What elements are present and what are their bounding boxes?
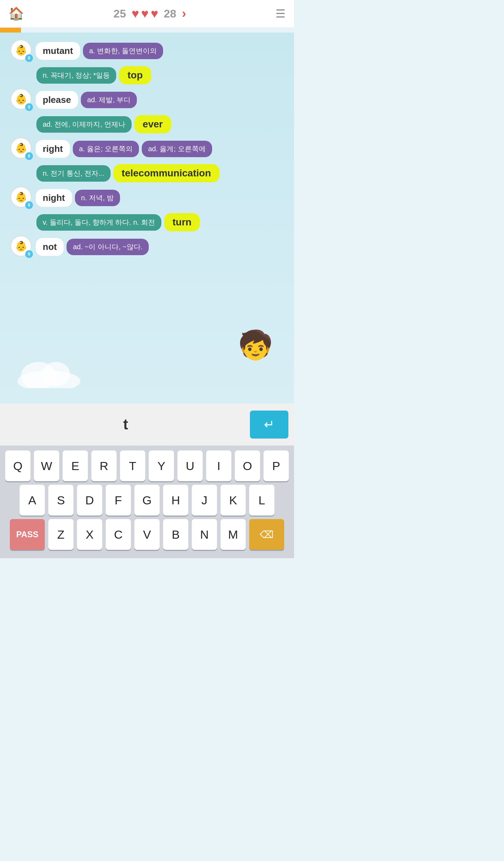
enter-icon: ↵: [264, 417, 274, 432]
key-p[interactable]: P: [264, 450, 289, 481]
key-delete[interactable]: ⌫: [249, 519, 284, 550]
word-right: right: [36, 140, 70, 158]
tag-telecom-def: n. 전기 통신, 전자...: [36, 165, 111, 182]
typed-input[interactable]: [6, 416, 246, 433]
key-m[interactable]: M: [220, 519, 246, 550]
key-i[interactable]: I: [206, 450, 231, 481]
answer-top: top: [119, 66, 151, 84]
key-l[interactable]: L: [249, 485, 274, 516]
score-left: 25: [113, 7, 126, 20]
key-q[interactable]: Q: [5, 450, 30, 481]
key-f[interactable]: F: [106, 485, 131, 516]
vocab-row-mutant: 👶 0 mutant a. 변화한, 돌연변이의: [10, 40, 284, 62]
badge-please: 0: [25, 103, 33, 111]
row-ever: ad. 전에, 이제까지, 언제나 ever: [36, 115, 284, 133]
cloud-decoration: [14, 357, 84, 390]
tag-ever-def: ad. 전에, 이제까지, 언제나: [36, 116, 132, 133]
badge-mutant: 0: [25, 54, 33, 62]
avatar-mutant: 👶 0: [10, 40, 33, 62]
key-z[interactable]: Z: [48, 519, 74, 550]
keyboard: Q W E R T Y U I O P A S D F G H J K L PA…: [0, 446, 294, 558]
tag-right-def2: ad. 옳게; 오른쪽에: [142, 141, 212, 157]
key-y[interactable]: Y: [149, 450, 174, 481]
svg-point-2: [42, 362, 70, 386]
progress-bar: [0, 28, 21, 33]
key-k[interactable]: K: [220, 485, 246, 516]
tag-night-def: n. 저녁, 밤: [75, 190, 120, 206]
header: 🏠 25 ♥ ♥ ♥ 28 › ☰: [0, 0, 294, 28]
vocab-row-not: 👶 0 not ad. ~이 아니다, ~않다.: [10, 236, 284, 258]
answer-telecom: telecommunication: [113, 164, 219, 182]
input-area: ↵: [0, 404, 294, 446]
key-r[interactable]: R: [91, 450, 117, 481]
menu-icon[interactable]: ☰: [275, 7, 286, 20]
key-d[interactable]: D: [77, 485, 102, 516]
word-please: please: [36, 91, 78, 109]
keyboard-row-3: PASS Z X C V B N M ⌫: [3, 519, 291, 550]
key-u[interactable]: U: [177, 450, 203, 481]
key-e[interactable]: E: [63, 450, 88, 481]
badge-night: 0: [25, 201, 33, 209]
enter-button[interactable]: ↵: [250, 411, 288, 439]
vocab-row-night: 👶 0 night n. 저녁, 밤: [10, 187, 284, 209]
key-v[interactable]: V: [134, 519, 160, 550]
key-c[interactable]: C: [106, 519, 131, 550]
key-j[interactable]: J: [192, 485, 217, 516]
avatar-please: 👶 0: [10, 89, 33, 111]
tag-please-def: ad. 제발, 부디: [81, 92, 137, 108]
header-center: 25 ♥ ♥ ♥ 28 ›: [113, 6, 186, 21]
row-telecom: n. 전기 통신, 전자... telecommunication: [36, 164, 284, 182]
character-illustration: 🧒: [238, 329, 273, 362]
vocab-row-right: 👶 0 right a. 옳은; 오른쪽의 ad. 옳게; 오른쪽에: [10, 138, 284, 160]
key-pass[interactable]: PASS: [10, 519, 45, 550]
game-area: 👶 0 mutant a. 변화한, 돌연변이의 n. 꼭대기, 정상; *일등…: [0, 33, 294, 404]
tag-turn-def: v. 돌리다, 돌다, 향하게 하다. n. 회전: [36, 214, 161, 231]
tag-right-def1: a. 옳은; 오른쪽의: [73, 141, 139, 157]
keyboard-row-1: Q W E R T Y U I O P: [3, 450, 291, 481]
key-s[interactable]: S: [48, 485, 74, 516]
score-right: 28: [164, 7, 176, 20]
home-icon[interactable]: 🏠: [8, 6, 24, 21]
row-turn: v. 돌리다, 돌다, 향하게 하다. n. 회전 turn: [36, 213, 284, 231]
tag-not-def: ad. ~이 아니다, ~않다.: [66, 239, 149, 255]
vocab-row-please: 👶 0 please ad. 제발, 부디: [10, 89, 284, 111]
avatar-not: 👶 0: [10, 236, 33, 258]
word-mutant: mutant: [36, 42, 80, 60]
word-night: night: [36, 189, 72, 207]
tag-mutant-def: a. 변화한, 돌연변이의: [83, 43, 163, 59]
avatar-right: 👶 0: [10, 138, 33, 160]
key-t[interactable]: T: [120, 450, 145, 481]
badge-right: 0: [25, 152, 33, 160]
row-top: n. 꼭대기, 정상; *일등 top: [36, 66, 284, 84]
key-a[interactable]: A: [20, 485, 45, 516]
key-n[interactable]: N: [192, 519, 217, 550]
chevron-right-icon[interactable]: ›: [182, 6, 186, 21]
key-o[interactable]: O: [235, 450, 260, 481]
heart-3: ♥: [151, 6, 158, 21]
heart-1: ♥: [132, 6, 139, 21]
key-g[interactable]: G: [134, 485, 160, 516]
key-b[interactable]: B: [163, 519, 188, 550]
hearts: ♥ ♥ ♥: [132, 6, 158, 21]
key-h[interactable]: H: [163, 485, 188, 516]
avatar-night: 👶 0: [10, 187, 33, 209]
key-x[interactable]: X: [77, 519, 102, 550]
word-not: not: [36, 238, 64, 256]
answer-turn: turn: [164, 213, 200, 231]
answer-ever: ever: [134, 115, 172, 133]
badge-not: 0: [25, 250, 33, 258]
heart-2: ♥: [141, 6, 148, 21]
tag-top-def: n. 꼭대기, 정상; *일등: [36, 67, 116, 84]
key-w[interactable]: W: [34, 450, 59, 481]
keyboard-row-2: A S D F G H J K L: [3, 485, 291, 516]
